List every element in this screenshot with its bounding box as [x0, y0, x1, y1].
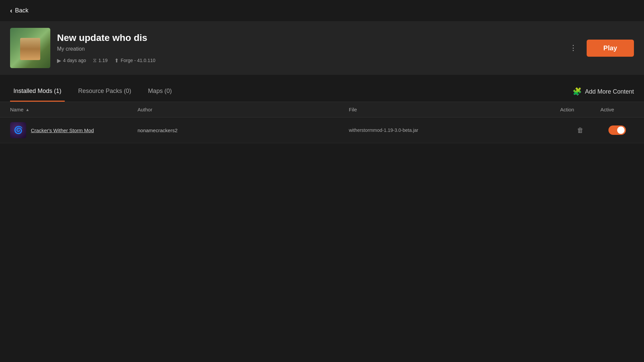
tabs-bar: Installed Mods (1) Resource Packs (0) Ma…	[0, 82, 644, 102]
more-options-button[interactable]: ⋮	[567, 41, 580, 55]
tab-maps[interactable]: Maps (0)	[145, 82, 175, 102]
col-name-label: Name	[10, 107, 23, 112]
mod-action-cell: 🗑	[560, 124, 600, 136]
meta-time: ▶ 4 days ago	[57, 57, 86, 64]
tab-installed-mods[interactable]: Installed Mods (1)	[10, 82, 65, 102]
instance-thumbnail	[10, 28, 50, 68]
meta-version-label: 1.19	[99, 58, 108, 63]
forge-icon: ⬆	[114, 57, 119, 64]
mod-icon-image: 🌀	[10, 122, 26, 138]
mod-name-cell: 🌀 Cracker's Wither Storm Mod	[10, 122, 138, 138]
delete-mod-button[interactable]: 🗑	[575, 124, 586, 136]
instance-info: New update who dis My creation ▶ 4 days …	[57, 33, 560, 64]
tab-installed-mods-label: Installed Mods	[13, 88, 54, 94]
tab-resource-packs-count: (0)	[124, 88, 131, 94]
tab-resource-packs-label: Resource Packs	[78, 88, 124, 94]
tab-maps-label: Maps	[148, 88, 164, 94]
mod-name-link[interactable]: Cracker's Wither Storm Mod	[31, 127, 94, 133]
col-file: File	[349, 107, 560, 112]
table-header: Name ▲ Author File Action Active	[0, 102, 644, 117]
toggle-track	[608, 125, 626, 135]
meta-time-label: 4 days ago	[63, 58, 86, 63]
tab-installed-mods-count: (1)	[54, 88, 61, 94]
back-chevron-icon: ‹	[10, 7, 12, 14]
col-active: Active	[600, 107, 634, 112]
toggle-thumb	[617, 126, 625, 134]
version-icon: ⧖	[93, 57, 97, 63]
mod-icon: 🌀	[10, 122, 26, 138]
mod-file: witherstormmod-1.19-3.0-beta.jar	[349, 127, 560, 133]
tab-maps-count: (0)	[164, 88, 172, 94]
play-icon: ▶	[57, 57, 61, 64]
instance-subtitle: My creation	[57, 46, 560, 52]
mod-active-cell	[600, 125, 634, 135]
col-name: Name ▲	[10, 107, 138, 112]
tab-resource-packs[interactable]: Resource Packs (0)	[75, 82, 135, 102]
instance-header-card: New update who dis My creation ▶ 4 days …	[0, 21, 644, 75]
meta-forge: ⬆ Forge - 41.0.110	[114, 57, 156, 64]
add-content-button[interactable]: 🧩 Add More Content	[573, 84, 634, 99]
instance-meta: ▶ 4 days ago ⧖ 1.19 ⬆ Forge - 41.0.110	[57, 57, 560, 64]
table-row: 🌀 Cracker's Wither Storm Mod nonamecrack…	[0, 117, 644, 143]
mod-active-toggle[interactable]	[608, 125, 626, 135]
sort-arrow-icon: ▲	[25, 107, 30, 112]
meta-forge-label: Forge - 41.0.110	[121, 58, 156, 63]
puzzle-icon: 🧩	[573, 87, 582, 96]
header-actions: ⋮ Play	[567, 40, 634, 57]
thumbnail-image	[10, 28, 50, 68]
mods-table: Name ▲ Author File Action Active 🌀 Crack…	[0, 102, 644, 143]
back-label: Back	[15, 7, 29, 14]
meta-version: ⧖ 1.19	[93, 57, 108, 63]
add-content-label: Add More Content	[585, 88, 634, 95]
col-action: Action	[560, 107, 600, 112]
col-author: Author	[138, 107, 349, 112]
instance-title: New update who dis	[57, 33, 560, 43]
mod-author: nonamecrackers2	[138, 127, 349, 133]
play-button[interactable]: Play	[587, 40, 634, 57]
back-button[interactable]: ‹ Back	[0, 0, 39, 21]
